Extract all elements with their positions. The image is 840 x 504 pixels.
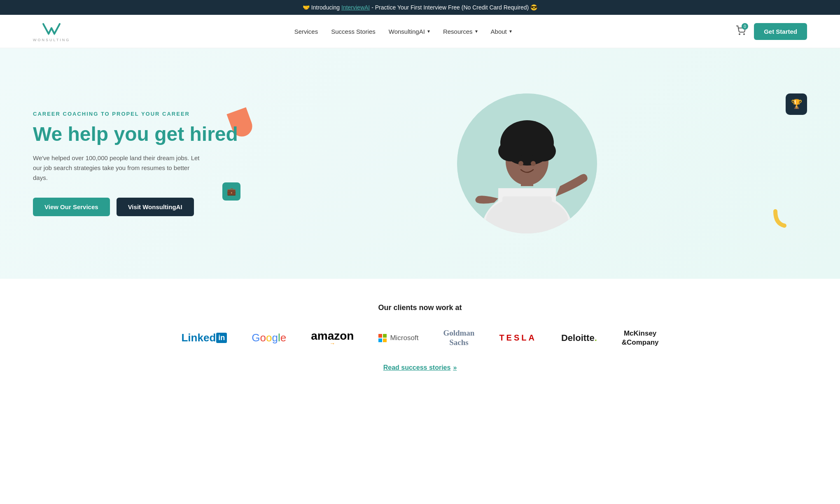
banner-emoji-left: 🤝 <box>303 4 310 11</box>
yellow-curve-icon <box>772 203 795 230</box>
microsoft-logo: Microsoft <box>378 334 418 342</box>
hero-title-highlight: hired <box>189 123 238 145</box>
navbar: WONSULTING Services Success Stories Wons… <box>0 15 840 48</box>
trophy-badge: 🏆 <box>786 93 807 115</box>
read-stories-arrow: » <box>453 364 457 371</box>
hero-circle-bg <box>457 93 597 233</box>
svg-point-8 <box>498 141 523 161</box>
read-stories-link[interactable]: Read success stories » <box>383 364 457 371</box>
svg-point-10 <box>518 161 523 166</box>
svg-rect-13 <box>502 196 552 233</box>
read-stories-text: Read success stories <box>383 364 451 371</box>
deloitte-logo: Deloitte. <box>561 333 597 343</box>
hero-image-area: 🏆 💼 <box>247 77 807 250</box>
mckinsey-logo: McKinsey &Company <box>622 329 659 347</box>
hero-buttons: View Our Services Visit WonsultingAI <box>33 198 247 216</box>
cart-badge: 0 <box>742 23 748 30</box>
logo-subtitle: WONSULTING <box>33 38 70 42</box>
tesla-logo: TESLA <box>499 333 537 343</box>
interviewai-link[interactable]: InterviewAI <box>341 4 370 11</box>
banner-text: Introducing <box>311 4 341 11</box>
chevron-down-icon: ▾ <box>427 28 430 34</box>
goldman-sachs-logo: Goldman Sachs <box>443 329 474 348</box>
google-logo: Google <box>252 331 286 344</box>
nav-links: Services Success Stories WonsultingAI ▾ … <box>294 28 512 35</box>
hero-section: CAREER COACHING TO PROPEL YOUR CAREER We… <box>0 48 840 279</box>
top-banner: 🤝 Introducing InterviewAI - Practice You… <box>0 0 840 15</box>
logo[interactable]: WONSULTING <box>33 21 70 42</box>
hero-title: We help you get hired <box>33 124 247 145</box>
nav-wonsultingai[interactable]: WonsultingAI ▾ <box>389 28 430 35</box>
nav-services[interactable]: Services <box>294 28 318 35</box>
hero-subtitle: CAREER COACHING TO PROPEL YOUR CAREER <box>33 111 247 117</box>
nav-right: 0 Get Started <box>736 23 807 40</box>
decorative-yellow-shape <box>772 203 795 233</box>
clients-logos: Linkedin Google amazon → Microsoft Goldm <box>33 329 807 348</box>
nav-resources[interactable]: Resources ▾ <box>443 28 478 35</box>
banner-emoji-right: 😎 <box>530 4 537 11</box>
nav-success-stories[interactable]: Success Stories <box>331 28 376 35</box>
chevron-down-icon: ▾ <box>509 28 512 34</box>
clients-title: Our clients now work at <box>33 303 807 312</box>
clients-section: Our clients now work at Linkedin Google … <box>0 279 840 388</box>
get-started-button[interactable]: Get Started <box>754 23 807 40</box>
svg-point-11 <box>531 161 536 166</box>
hero-person-illustration <box>457 93 597 233</box>
amazon-logo: amazon → <box>311 329 354 347</box>
view-services-button[interactable]: View Our Services <box>33 198 110 216</box>
linkedin-logo: Linkedin <box>181 331 227 344</box>
svg-point-1 <box>744 34 744 35</box>
trophy-icon: 🏆 <box>791 99 802 110</box>
hero-title-plain: We help you get <box>33 123 189 145</box>
visit-wonsultingai-button[interactable]: Visit WonsultingAI <box>117 198 194 216</box>
hero-content: CAREER COACHING TO PROPEL YOUR CAREER We… <box>33 111 247 217</box>
nav-about[interactable]: About ▾ <box>491 28 512 35</box>
cart-button[interactable]: 0 <box>736 26 746 37</box>
svg-point-9 <box>531 141 556 161</box>
chevron-down-icon: ▾ <box>475 28 478 34</box>
hero-description: We've helped over 100,000 people land th… <box>33 153 206 183</box>
svg-point-0 <box>739 34 740 35</box>
logo-icon <box>41 21 62 38</box>
banner-text-after: - Practice Your First Interview Free (No… <box>371 4 529 11</box>
